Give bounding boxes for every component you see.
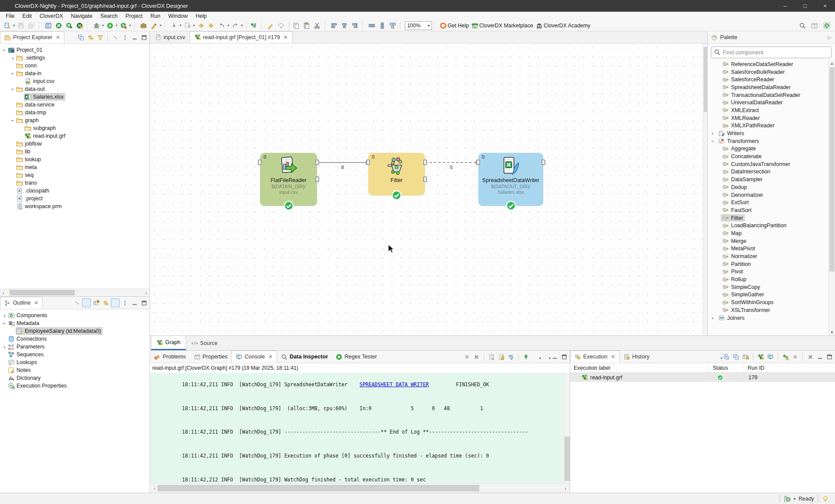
filter-funnel-icon[interactable]: ▾	[96, 33, 104, 42]
chevron-icon[interactable]: ›	[2, 344, 7, 350]
view-menu-icon[interactable]: ▾	[120, 33, 129, 42]
chevron-icon[interactable]: ›	[2, 47, 7, 53]
close-icon[interactable]: ✕	[611, 354, 615, 360]
console-panel-tab-problems[interactable]: Problems	[150, 351, 190, 363]
palette-item-normalizer[interactable]: Normalizer	[708, 252, 828, 260]
graph-canvas[interactable]: 8 5 0 FlatFileReader ${DATAIN_DIR}/	[150, 43, 703, 335]
tree-item--settings[interactable]: › .settings	[0, 54, 150, 62]
output-port[interactable]	[541, 159, 545, 165]
outline-item-employeesalary-id-metadata0-[interactable]: EmployeeSalary (id:Metadata0)	[0, 327, 150, 335]
chevron-icon[interactable]: ›	[710, 130, 715, 136]
tree-item--classpath[interactable]: .classpath	[0, 187, 150, 195]
SpreadsheetDataWriter[interactable]: 0 SpreadsheetDataWriter ${DATAOUT_DIR}/ …	[478, 153, 543, 206]
palette-item-filter[interactable]: Filter	[708, 214, 828, 222]
tree-item-subgraph[interactable]: subgraph	[0, 124, 150, 132]
dropdown-arrow-icon[interactable]: ▾	[193, 23, 195, 27]
maximize-window-button[interactable]: □	[795, 0, 815, 12]
console-vscrollbar[interactable]	[564, 373, 570, 483]
distribute-horizontal-button[interactable]: ▾	[367, 21, 377, 30]
close-icon[interactable]: ✕	[56, 34, 60, 40]
console-link[interactable]: SPREADSHEET DATA WRITER	[360, 381, 429, 388]
open-perspective-button[interactable]: ▾	[810, 21, 820, 30]
mark-occurrences-button[interactable]: ▾	[149, 21, 163, 30]
execution-panel-tab-history[interactable]: History	[620, 351, 653, 363]
tree-item-workspace-prm[interactable]: workspace.prm	[0, 202, 150, 210]
outline-item-lookups[interactable]: Lookups	[0, 358, 150, 366]
server-status-icon[interactable]	[784, 495, 791, 502]
output-port-2[interactable]	[423, 176, 427, 182]
link-editor-icon[interactable]: ▾	[86, 33, 95, 42]
column-header-status[interactable]: Status	[709, 363, 744, 372]
view-tab-source[interactable]: </> Source	[186, 336, 223, 350]
dropdown-arrow-icon[interactable]: ▾	[160, 23, 161, 27]
menu-item-help[interactable]: Help	[192, 13, 211, 19]
outline-item-metadata[interactable]: › Metadata	[0, 319, 150, 327]
scroll-left-icon[interactable]: ‹	[151, 484, 158, 492]
project-explorer-hscrollbar[interactable]: ‹ ›	[0, 288, 150, 296]
skip-breakpoints-button[interactable]: ▾	[169, 21, 183, 30]
link-editor-icon[interactable]: ▾	[101, 298, 110, 307]
editor-tab-read-input-grf-project-01-179[interactable]: read-input.grf [Project_01] #179 ✕	[190, 31, 293, 43]
palette-item-partition[interactable]: Partition	[708, 260, 828, 268]
tree-item-read-input-grf[interactable]: read-input.grf	[0, 132, 150, 140]
align-middle-button[interactable]: ▾	[340, 21, 350, 30]
close-window-button[interactable]: ×	[815, 0, 835, 12]
show-console-button[interactable]: ▾	[43, 21, 54, 30]
tree-item-salaries-xlsx[interactable]: Salaries.xlsx	[0, 93, 150, 101]
next-annotation-button[interactable]: ▾	[183, 21, 196, 30]
maximize-icon[interactable]: ▾	[140, 298, 148, 307]
save-all-button[interactable]: ▾	[27, 21, 37, 30]
terminate-icon[interactable]: ▾	[462, 352, 471, 361]
edit-pencil-button[interactable]: ▾	[266, 21, 276, 30]
console-panel-tab-data-inspector[interactable]: Data Inspector	[277, 351, 332, 363]
forward-history-button[interactable]: ▾	[230, 21, 244, 30]
minimize-window-button[interactable]: –	[775, 0, 795, 12]
word-wrap-icon[interactable]: ▾	[506, 352, 515, 361]
academy-button[interactable]: CloverDX Academy ▾	[534, 21, 591, 30]
graph-green-icon[interactable]: ▾	[756, 352, 765, 361]
scrollbar-thumb[interactable]	[564, 437, 570, 481]
graph-edge-5[interactable]: 5	[425, 156, 478, 168]
palette-item-referencedatasetreader[interactable]: ReferenceDataSetReader	[708, 60, 828, 68]
menu-item-cloverdx[interactable]: CloverDX	[36, 13, 67, 19]
zoom-select[interactable]: 100%▾	[405, 21, 432, 30]
lightbulb-icon[interactable]	[822, 495, 829, 502]
dropdown-arrow-icon[interactable]: ▾	[241, 23, 243, 27]
palette-item-concatenate[interactable]: Concatenate	[708, 153, 828, 160]
outline-item-execution-properties[interactable]: Execution Properties	[0, 382, 150, 390]
tool-button[interactable]: ▾	[712, 352, 721, 361]
chevron-icon[interactable]: ›	[10, 55, 16, 61]
console-hscrollbar[interactable]: ‹ ›	[150, 483, 570, 493]
open-project-button[interactable]: ▾	[139, 21, 149, 30]
remove-launch-icon[interactable]: ▾	[472, 352, 481, 361]
scrollbar-thumb[interactable]	[157, 485, 479, 491]
palette-item-salesforcereader[interactable]: SalesforceReader	[708, 76, 828, 83]
dropdown-arrow-icon[interactable]: ▾	[116, 23, 117, 27]
scrollbar-thumb[interactable]	[829, 67, 835, 272]
input-port[interactable]	[366, 159, 370, 165]
minimize-icon[interactable]: ▾	[130, 33, 139, 42]
close-icon[interactable]: ✕	[34, 300, 38, 306]
clover-graph-button[interactable]: ▾	[54, 21, 64, 30]
chevron-icon[interactable]: ›	[710, 139, 716, 143]
outline-item-connections[interactable]: Connections	[0, 335, 150, 343]
menu-item-search[interactable]: Search	[97, 13, 122, 19]
dropdown-arrow-icon[interactable]: ▾	[129, 23, 131, 27]
debug-button[interactable]: ▾	[92, 21, 105, 30]
palette-item-map[interactable]: Map	[708, 229, 828, 237]
tree-item-meta[interactable]: meta	[0, 163, 150, 171]
search-button[interactable]: ▾	[798, 21, 808, 30]
canvas-vscrollbar[interactable]	[703, 43, 707, 335]
palette-item-extsort[interactable]: ExtSort	[708, 199, 828, 206]
palette-item-transformers[interactable]: › Transformers	[708, 137, 828, 145]
output-port-2[interactable]	[315, 176, 319, 182]
palette-item-merge[interactable]: Merge	[708, 237, 828, 245]
palette-item-salesforcebulkreader[interactable]: SalesforceBulkReader	[708, 68, 828, 76]
FlatFileReader[interactable]: 0 FlatFileReader ${DATAIN_DIR}/ input.cs…	[260, 153, 317, 206]
collapse-all-icon[interactable]: ▾	[731, 352, 740, 361]
scroll-down-icon[interactable]: ▼	[829, 329, 835, 335]
scroll-up-icon[interactable]: ▲	[829, 60, 835, 66]
new-wizard-button[interactable]: ▾	[3, 21, 16, 30]
tree-item-lookup[interactable]: lookup	[0, 156, 150, 163]
copy-button[interactable]: ▾	[291, 21, 302, 30]
